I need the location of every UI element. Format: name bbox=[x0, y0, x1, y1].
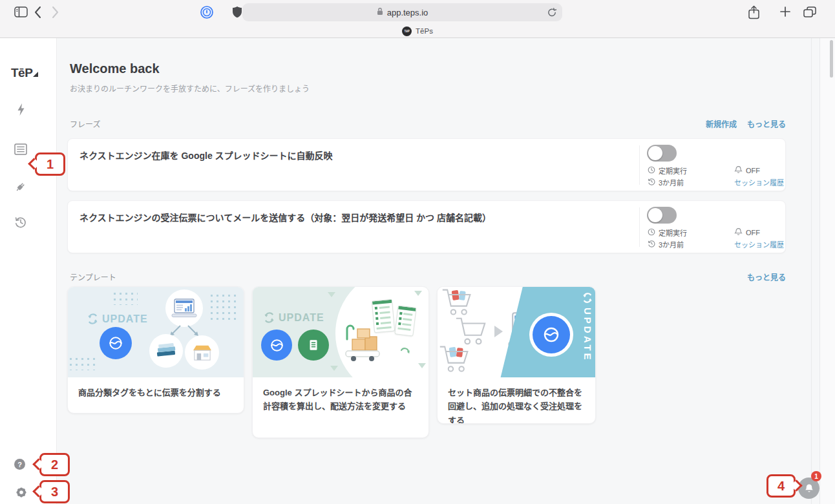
app-sidebar: TēP ? bbox=[0, 38, 57, 504]
phrases-section-label: フレーズ bbox=[70, 118, 100, 129]
templates-section-label: テンプレート bbox=[70, 271, 116, 282]
page-title: Welcome back bbox=[70, 61, 160, 76]
template-caption: 商品分類タグをもとに伝票を分割する bbox=[68, 377, 244, 399]
browser-tab[interactable]: TēP TēPs bbox=[402, 26, 433, 36]
settings-gear-icon[interactable] bbox=[14, 485, 29, 500]
phrase-meta-left: 定期実行 3か月前 bbox=[648, 165, 687, 187]
laptop-icon bbox=[165, 289, 203, 327]
history-clock-icon bbox=[648, 178, 655, 187]
next-engine-icon bbox=[261, 330, 292, 361]
schedule-label: 定期実行 bbox=[659, 227, 687, 238]
dots-pattern bbox=[209, 293, 238, 320]
template-card[interactable]: UPDATE セット商品の伝票明細での不整合を回避し、追加の処理なく受注処理をす… bbox=[437, 286, 596, 424]
toggle-knob bbox=[648, 208, 662, 222]
template-card[interactable]: UPDATE 商品分類タグをもとに伝票を分割する bbox=[67, 286, 244, 414]
annotation-1: 1 bbox=[35, 152, 65, 176]
history-clock-icon bbox=[648, 240, 655, 249]
teps-logo[interactable]: TēP bbox=[11, 66, 38, 80]
sidebar-toggle-icon[interactable] bbox=[14, 6, 28, 17]
phrase-meta-right: OFF セッション履歴 bbox=[734, 227, 784, 249]
session-history-link[interactable]: セッション履歴 bbox=[734, 177, 784, 187]
schedule-label: 定期実行 bbox=[659, 165, 687, 176]
annotation-3: 3 bbox=[39, 480, 70, 503]
phrase-card[interactable]: ネクストエンジンの受注伝票についてメールを送信する（対象：翌日が発送希望日 かつ… bbox=[67, 200, 786, 253]
update-badge: UPDATE bbox=[87, 313, 148, 325]
phrase-title: ネクストエンジンの受注伝票についてメールを送信する（対象：翌日が発送希望日 かつ… bbox=[79, 211, 630, 224]
logo-triangle bbox=[33, 72, 38, 77]
content-edge-divider bbox=[811, 38, 812, 504]
browser-chrome: app.teps.io TēP TēPs bbox=[0, 0, 835, 38]
dots-pattern bbox=[112, 291, 138, 305]
cart-boxes-icon bbox=[342, 322, 385, 365]
update-badge: UPDATE bbox=[263, 311, 324, 324]
page-subtitle: お決まりのルーチンワークを手放すために、フレーズを作りましょう bbox=[70, 83, 310, 94]
last-run-label: 3か月前 bbox=[659, 177, 684, 187]
teps-favicon: TēP bbox=[402, 26, 412, 36]
notification-chat-button[interactable]: 1 bbox=[798, 478, 819, 499]
phrases-see-more-link[interactable]: もっと見る bbox=[747, 118, 786, 129]
update-badge-vertical: UPDATE bbox=[582, 292, 593, 375]
sidebar-item-history[interactable] bbox=[13, 215, 28, 230]
sidebar-item-phrases[interactable] bbox=[13, 142, 28, 157]
refresh-arrow-icon bbox=[400, 346, 410, 359]
next-engine-icon bbox=[100, 327, 132, 359]
spreadsheet-icon bbox=[298, 330, 329, 361]
schedule-clock-icon bbox=[648, 228, 655, 237]
forward-icon[interactable] bbox=[52, 6, 59, 19]
card-divider bbox=[639, 145, 640, 185]
phrase-meta-left: 定期実行 3か月前 bbox=[648, 227, 687, 249]
onepassword-extension-icon[interactable] bbox=[200, 6, 213, 19]
create-new-link[interactable]: 新規作成 bbox=[706, 118, 737, 129]
notification-state: OFF bbox=[746, 167, 760, 174]
checklist-document-icon bbox=[394, 305, 416, 336]
back-icon[interactable] bbox=[34, 6, 41, 19]
bell-icon bbox=[734, 165, 743, 175]
new-tab-icon[interactable] bbox=[779, 6, 791, 17]
annotation-2: 2 bbox=[39, 453, 70, 476]
template-caption: Google スプレッドシートから商品の合計容積を算出し、配送方法を変更する bbox=[253, 377, 428, 414]
bell-icon bbox=[734, 227, 743, 237]
sidebar-item-connections[interactable] bbox=[13, 179, 28, 194]
card-divider bbox=[639, 207, 640, 247]
template-caption: セット商品の伝票明細での不整合を回避し、追加の処理なく受注処理をする bbox=[438, 377, 595, 424]
scrollbar-track-border bbox=[819, 38, 820, 504]
reload-icon[interactable] bbox=[547, 8, 556, 19]
session-history-link[interactable]: セッション履歴 bbox=[734, 239, 784, 249]
phrase-card[interactable]: ネクストエンジン在庫を Google スプレッドシートに自動反映 定期実行 3か… bbox=[67, 138, 786, 191]
privacy-shield-icon[interactable] bbox=[232, 6, 242, 18]
chevron-icon bbox=[414, 291, 422, 296]
books-icon bbox=[149, 334, 183, 368]
browser-toolbar: app.teps.io bbox=[0, 0, 835, 25]
chevron-icon bbox=[330, 366, 338, 371]
tab-title: TēPs bbox=[416, 27, 433, 35]
chevron-icon bbox=[328, 292, 335, 297]
phrases-section-links: 新規作成 もっと見る bbox=[706, 118, 786, 129]
scrollbar-track bbox=[819, 38, 835, 504]
tab-overview-icon[interactable] bbox=[803, 6, 816, 18]
toggle-knob bbox=[648, 146, 662, 160]
next-engine-icon bbox=[529, 313, 573, 357]
help-icon[interactable]: ? bbox=[14, 459, 25, 470]
bell-icon bbox=[804, 483, 814, 494]
template-illustration: UPDATE bbox=[438, 287, 595, 377]
lock-icon bbox=[377, 6, 383, 18]
url-text: app.teps.io bbox=[387, 8, 428, 17]
notification-state: OFF bbox=[746, 229, 760, 236]
address-bar[interactable]: app.teps.io bbox=[242, 3, 562, 21]
phrase-enable-toggle[interactable] bbox=[647, 207, 677, 224]
phrase-meta-right: OFF セッション履歴 bbox=[734, 165, 784, 187]
arrow-triangle-icon bbox=[494, 326, 503, 337]
sidebar-item-flash[interactable] bbox=[13, 101, 28, 117]
notification-badge: 1 bbox=[811, 471, 821, 481]
phrase-title: ネクストエンジン在庫を Google スプレッドシートに自動反映 bbox=[79, 149, 630, 162]
teps-app: TēP ? Welcome back お決まりのルーチンワークを手放すために、フ… bbox=[0, 38, 835, 504]
templates-section-links: もっと見る bbox=[747, 271, 786, 282]
browser-tab-bar: TēP TēPs bbox=[0, 25, 835, 37]
template-card[interactable]: UPDATE Google スプレッドシートから商品の合計容積を算出し、配送方法… bbox=[252, 286, 429, 438]
scrollbar-thumb[interactable] bbox=[830, 40, 833, 78]
share-icon[interactable] bbox=[748, 5, 759, 19]
phrase-enable-toggle[interactable] bbox=[647, 145, 677, 162]
templates-see-more-link[interactable]: もっと見る bbox=[747, 271, 786, 282]
shopping-cart-icon bbox=[438, 344, 471, 377]
last-run-label: 3か月前 bbox=[659, 239, 684, 249]
